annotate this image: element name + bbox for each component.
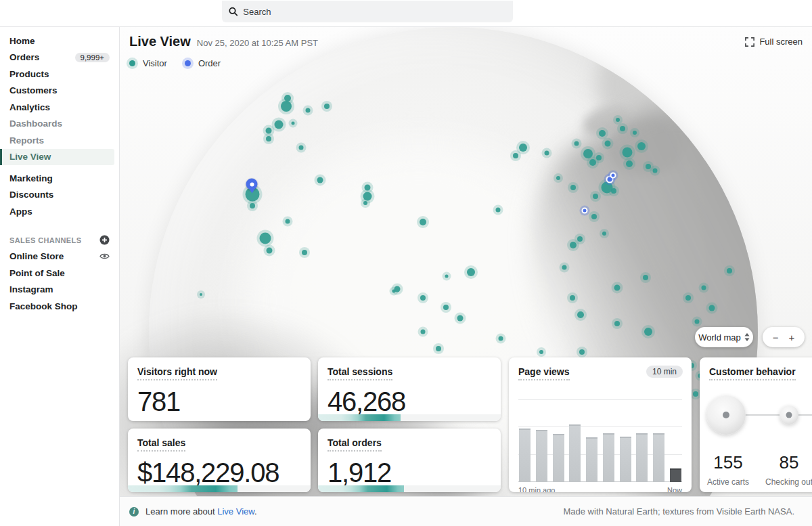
- page-views-bar: [670, 468, 681, 482]
- visitor-map-dot: [265, 128, 271, 134]
- visitor-map-dot: [570, 185, 576, 190]
- page-views-bar: [553, 434, 564, 482]
- visitor-map-dot: [467, 268, 475, 276]
- visitor-map-dot: [421, 329, 426, 334]
- order-map-marker: [582, 207, 588, 213]
- visitor-map-dot: [643, 275, 648, 280]
- total-orders-value: 1,912: [328, 458, 491, 488]
- visitor-map-dot: [306, 108, 311, 112]
- sidebar-item-marketing[interactable]: Marketing: [0, 170, 119, 187]
- visitor-map-dot: [556, 176, 560, 180]
- sidebar-item-reports[interactable]: Reports: [0, 132, 119, 149]
- orders-progress-strip: [318, 485, 404, 492]
- visitor-map-dot: [570, 242, 577, 248]
- visitors-right-now-card: Visitors right now 781: [128, 357, 311, 421]
- visitor-map-dot: [392, 290, 396, 293]
- visitors-right-now-value: 781: [137, 387, 301, 417]
- sidebar-item-home[interactable]: Home: [0, 32, 119, 49]
- fullscreen-icon: [745, 37, 754, 47]
- live-view-link[interactable]: Live View: [217, 506, 254, 517]
- page-views-bar: [536, 430, 547, 482]
- visitor-map-dot: [633, 131, 637, 135]
- page-views-bar: [569, 424, 581, 482]
- card-title: Customer behavior: [709, 366, 796, 380]
- visitor-map-dot: [593, 194, 598, 199]
- visitor-map-dot: [285, 219, 290, 223]
- total-sessions-card: Total sessions 46,268: [318, 357, 501, 421]
- eye-icon[interactable]: [99, 253, 110, 260]
- search-input[interactable]: [243, 7, 506, 17]
- active-carts-bubble: [706, 395, 746, 435]
- sidebar-item-orders[interactable]: Orders9,999+: [0, 49, 119, 66]
- visitor-map-dot: [620, 126, 625, 131]
- visitor-map-dot: [291, 122, 294, 125]
- report-timestamp: Nov 25, 2020 at 10:25 AM PST: [197, 38, 318, 48]
- sidebar-item-products[interactable]: Products: [0, 66, 119, 83]
- visitor-map-dot: [324, 104, 330, 109]
- sidebar-item-customers[interactable]: Customers: [0, 83, 119, 100]
- visitor-map-dot: [281, 101, 292, 112]
- visitor-map-dot: [652, 169, 657, 173]
- visitor-map-dot: [589, 159, 596, 166]
- customer-behavior-card: Customer behavior 155 Active carts 85 Ch…: [700, 357, 812, 492]
- visitor-map-dot: [702, 286, 706, 290]
- sidebar-item-online-store[interactable]: Online Store: [0, 248, 119, 265]
- map-type-dropdown[interactable]: World map: [695, 327, 753, 347]
- sidebar-item-dashboards[interactable]: Dashboards: [0, 116, 119, 133]
- visitor-map-dot: [579, 349, 585, 355]
- visitor-map-dot: [596, 155, 602, 160]
- page-views-bar: [519, 429, 531, 482]
- full-screen-button[interactable]: Full screen: [745, 37, 803, 47]
- sidebar-item-instagram[interactable]: Instagram: [0, 282, 119, 299]
- zoom-in-button[interactable]: +: [788, 332, 794, 343]
- visitor-map-dot: [275, 120, 284, 129]
- add-channel-icon[interactable]: [99, 235, 110, 245]
- visitor-map-dot: [693, 391, 698, 397]
- sales-channels-header: SALES CHANNELS: [0, 232, 119, 248]
- map-header: Live View Nov 25, 2020 at 10:25 AM PST V…: [129, 34, 318, 68]
- visitor-map-dot: [570, 295, 575, 301]
- sales-progress-strip: [128, 485, 238, 492]
- visitor-map-dot: [445, 274, 448, 278]
- visitor-map-dot: [436, 346, 441, 351]
- visitor-map-dot: [498, 336, 503, 341]
- visitor-map-dot: [317, 177, 323, 183]
- visitor-map-dot: [299, 146, 304, 150]
- visitor-map-dot: [727, 268, 732, 273]
- topbar: [0, 0, 812, 27]
- card-title: Page views: [518, 366, 570, 380]
- page-views-bar: [603, 433, 614, 482]
- x-axis-left-label: 10 min ago: [518, 486, 555, 492]
- checking-out-bubble: [780, 406, 798, 424]
- sidebar-item-apps[interactable]: Apps: [0, 203, 119, 220]
- visitor-map-dot: [266, 136, 271, 141]
- visitor-map-dot: [302, 250, 307, 255]
- sidebar-item-discounts[interactable]: Discounts: [0, 187, 119, 204]
- legend-order: Order: [185, 58, 221, 68]
- sidebar: Home Orders9,999+ Products Customers Ana…: [0, 27, 120, 526]
- card-title: Total orders: [328, 437, 382, 452]
- visitor-map-dot: [616, 118, 620, 122]
- visitor-map-dot: [644, 328, 652, 336]
- sidebar-item-live-view[interactable]: Live View: [0, 149, 114, 166]
- sidebar-item-analytics[interactable]: Analytics: [0, 99, 119, 116]
- page-views-bar: [636, 433, 648, 482]
- map-zoom-control: − +: [763, 327, 805, 347]
- total-sales-value: $148,229.08: [137, 458, 301, 488]
- visitor-map-dot: [259, 232, 271, 244]
- visitor-map-dot: [519, 144, 527, 152]
- visitor-map-dot: [695, 320, 700, 324]
- visitor-map-dot: [562, 265, 566, 269]
- sidebar-item-point-of-sale[interactable]: Point of Sale: [0, 265, 119, 282]
- visitor-map-dot: [513, 153, 518, 158]
- card-title: Total sessions: [328, 366, 392, 380]
- live-view-map-area: Live View Nov 25, 2020 at 10:25 AM PST V…: [120, 27, 812, 496]
- search-box[interactable]: [222, 1, 513, 22]
- zoom-out-button[interactable]: −: [773, 332, 779, 343]
- total-orders-card: Total orders 1,912: [318, 429, 501, 492]
- sidebar-item-facebook-shop[interactable]: Facebook Shop: [0, 298, 119, 315]
- info-icon: i: [129, 507, 139, 517]
- visitor-map-dot: [266, 247, 272, 253]
- page-title: Live View: [129, 34, 191, 49]
- visitor-map-dot: [457, 315, 464, 321]
